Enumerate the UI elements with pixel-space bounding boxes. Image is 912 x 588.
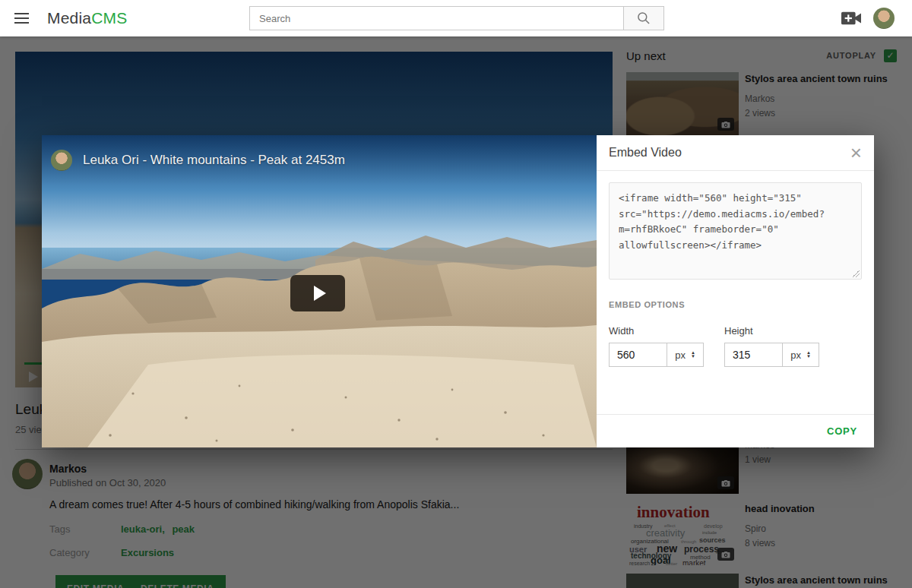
spinner-icon: ▲▼ xyxy=(806,351,811,359)
mediacms-logo[interactable]: MediaCMS xyxy=(47,9,127,27)
search-input[interactable] xyxy=(249,6,623,30)
width-label: Width xyxy=(609,325,704,337)
unit-label: px xyxy=(790,349,801,361)
modal-title: Embed Video xyxy=(609,146,682,160)
upload-media-button[interactable] xyxy=(841,11,861,29)
play-button[interactable] xyxy=(290,275,345,311)
embed-options-label: EMBED OPTIONS xyxy=(609,300,862,309)
embed-code-textarea[interactable]: <iframe width="560" height="315" src="ht… xyxy=(609,182,862,280)
copy-button[interactable]: COPY xyxy=(822,425,862,438)
spinner-icon: ▲▼ xyxy=(691,351,695,359)
height-unit-select[interactable]: px ▲▼ xyxy=(782,343,819,367)
search-icon xyxy=(636,11,651,26)
height-input[interactable] xyxy=(724,343,783,367)
preview-author-avatar xyxy=(51,150,72,171)
user-avatar[interactable] xyxy=(873,8,895,29)
close-icon[interactable]: × xyxy=(850,143,862,163)
preview-title-bar: Leuka Ori - White mountains - Peak at 24… xyxy=(42,135,597,185)
height-label: Height xyxy=(724,325,819,337)
video-camera-add-icon xyxy=(841,11,861,26)
search-button[interactable] xyxy=(623,6,664,30)
unit-label: px xyxy=(675,349,686,361)
embed-preview-player[interactable]: Leuka Ori - White mountains - Peak at 24… xyxy=(42,135,597,447)
menu-icon[interactable] xyxy=(14,13,29,24)
embed-video-modal: Leuka Ori - White mountains - Peak at 24… xyxy=(42,135,874,447)
preview-video-title: Leuka Ori - White mountains - Peak at 24… xyxy=(83,153,345,168)
top-navbar: MediaCMS xyxy=(0,0,912,36)
width-input[interactable] xyxy=(609,343,667,367)
play-icon xyxy=(314,286,326,301)
width-unit-select[interactable]: px ▲▼ xyxy=(667,343,704,367)
embed-options-panel: Embed Video × <iframe width="560" height… xyxy=(597,135,874,447)
